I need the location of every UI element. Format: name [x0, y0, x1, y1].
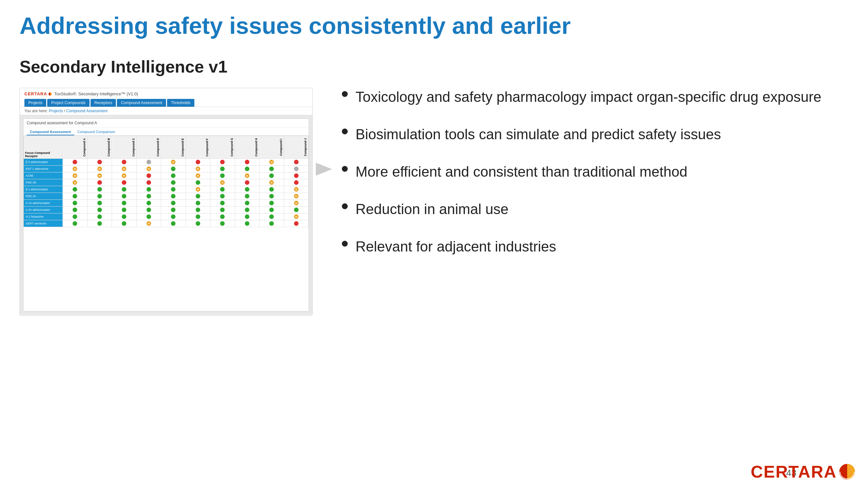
cell-3-9 — [284, 179, 309, 186]
cell-9-3: M — [136, 220, 161, 227]
cell-5-4 — [161, 193, 186, 200]
receptor-label-4: β 1-adrenoceptor — [24, 186, 63, 193]
certara-logo-small: CERTARA — [24, 91, 52, 96]
cell-0-4: M — [161, 159, 186, 166]
bullet-dot-3 — [342, 166, 348, 172]
cell-2-6 — [210, 172, 235, 179]
cell-4-9: M — [284, 186, 309, 193]
table-header-receptor: Focus CompoundReceptor — [24, 136, 63, 159]
tab-compound-assessment[interactable]: Compound Assessment — [117, 99, 166, 107]
col-compound-c: Compound C — [112, 136, 137, 159]
certara-small-icon — [49, 92, 52, 96]
cell-2-9 — [284, 172, 309, 179]
cell-5-6 — [210, 193, 235, 200]
sub-tab-compound-comparison[interactable]: Compound Comparison — [74, 129, 119, 135]
cell-1-1: M — [87, 166, 112, 172]
cell-3-5 — [186, 179, 210, 186]
cell-0-8: M — [259, 159, 284, 166]
bullets-section: Toxicology and safety pharmacology impac… — [342, 88, 848, 255]
breadcrumb-compound-assessment[interactable]: Compound Assessment — [66, 109, 107, 113]
breadcrumb-prefix: You are here: — [24, 109, 49, 113]
cell-4-5: M — [186, 186, 210, 193]
cell-9-2 — [112, 220, 137, 227]
bullet-text-1: Toxicology and safety pharmacology impac… — [355, 88, 822, 106]
receptor-label-5: PDE 3A — [24, 193, 63, 200]
cell-5-0 — [63, 193, 88, 200]
bullet-2: Biosimulation tools can simulate and pre… — [342, 125, 848, 143]
cell-8-4 — [161, 214, 186, 220]
cell-4-0 — [63, 186, 88, 193]
cell-4-2 — [112, 186, 137, 193]
cell-1-8 — [259, 166, 284, 172]
cell-8-1 — [87, 214, 112, 220]
cell-9-0 — [63, 220, 88, 227]
cell-3-7 — [235, 179, 259, 186]
cell-0-0 — [63, 159, 88, 166]
cell-7-7 — [235, 206, 259, 214]
cell-6-3 — [136, 200, 161, 206]
screenshot-panel: CERTARA ToxStudio®: Secondary Intelligen… — [20, 88, 313, 316]
cell-6-4 — [161, 200, 186, 206]
tab-project-compounds[interactable]: Project Compounds — [47, 99, 89, 107]
bullet-3: More efficient and consistent than tradi… — [342, 163, 848, 181]
sub-tabs: Compound Assessment Compound Comparison — [24, 128, 309, 136]
cell-3-2 — [112, 179, 137, 186]
receptor-label-1: ENT 1 adenosine — [24, 166, 63, 172]
bullet-text-5: Relevant for adjacent industries — [355, 237, 556, 255]
bullet-text-2: Biosimulation tools can simulate and pre… — [355, 125, 721, 143]
cell-6-1 — [87, 200, 112, 206]
cell-2-3 — [136, 172, 161, 179]
col-compound-i: Compound I — [259, 136, 284, 159]
bullet-dot-4 — [342, 203, 348, 209]
cell-8-9: M — [284, 214, 309, 220]
compound-table: Focus CompoundReceptor Compound A Compou… — [24, 136, 309, 227]
cell-5-8 — [259, 193, 284, 200]
cell-5-5 — [186, 193, 210, 200]
tab-thresholds[interactable]: Thresholds — [167, 99, 194, 107]
nav-tabs: Projects Project Compounds Receptors Com… — [24, 99, 308, 107]
cell-9-1 — [87, 220, 112, 227]
col-compound-b: Compound B — [87, 136, 112, 159]
cell-8-7 — [235, 214, 259, 220]
cell-6-8 — [259, 200, 284, 206]
footer-certara-text: CERTARA — [751, 462, 837, 482]
cell-3-4 — [161, 179, 186, 186]
cell-8-3 — [136, 214, 161, 220]
tab-projects[interactable]: Projects — [24, 99, 46, 107]
cell-4-7 — [235, 186, 259, 193]
cell-1-4 — [161, 166, 186, 172]
col-compound-e: Compound E — [161, 136, 186, 159]
cell-3-0: M — [63, 179, 88, 186]
cell-1-0: M — [63, 166, 88, 172]
app-logo-row: CERTARA ToxStudio®: Secondary Intelligen… — [24, 91, 308, 96]
cell-2-5: M — [186, 172, 210, 179]
cell-8-5 — [186, 214, 210, 220]
cell-0-7 — [235, 159, 259, 166]
cell-2-2: M — [112, 172, 137, 179]
subtitle: Secondary Intelligence v1 — [20, 57, 227, 76]
cell-4-4 — [161, 186, 186, 193]
cell-8-2 — [112, 214, 137, 220]
cell-9-8 — [259, 220, 284, 227]
cell-6-9: M — [284, 200, 309, 206]
cell-0-9 — [284, 159, 309, 166]
cell-4-6 — [210, 186, 235, 193]
cell-1-2: M — [112, 166, 137, 172]
inner-panel: Compound assessment for Compound A Compo… — [23, 119, 309, 311]
cell-2-0: M — [63, 172, 88, 179]
cell-0-5 — [186, 159, 210, 166]
cell-0-1 — [87, 159, 112, 166]
cell-1-5: M — [186, 166, 210, 172]
col-compound-g: Compound G — [210, 136, 235, 159]
tab-receptors[interactable]: Receptors — [91, 99, 116, 107]
cell-9-5 — [186, 220, 210, 227]
main-title: Addressing safety issues consistently an… — [20, 13, 571, 39]
cell-3-1 — [87, 179, 112, 186]
cell-7-3 — [136, 206, 161, 214]
cell-1-3: M — [136, 166, 161, 172]
app-title: ToxStudio®: Secondary Intelligence™ (V1.… — [54, 91, 138, 96]
cell-6-7 — [235, 200, 259, 206]
sub-tab-compound-assessment[interactable]: Compound Assessment — [27, 129, 74, 135]
breadcrumb-projects[interactable]: Projects — [49, 109, 63, 113]
cell-6-2 — [112, 200, 137, 206]
